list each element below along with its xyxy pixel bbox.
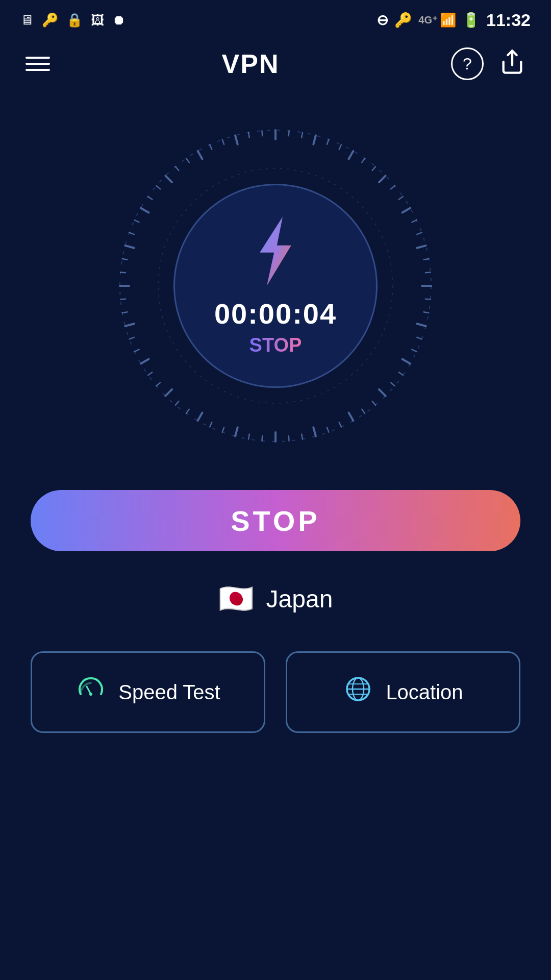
svg-line-59 (122, 259, 128, 260)
key-icon: 🔑 (42, 12, 58, 28)
key-status-icon: 🔑 (394, 12, 412, 29)
svg-line-41 (248, 434, 249, 439)
svg-line-74 (262, 131, 262, 136)
bottom-action-buttons: Speed Test Location (31, 651, 520, 733)
svg-line-33 (349, 413, 354, 421)
speed-test-button[interactable]: Speed Test (31, 651, 265, 733)
svg-line-29 (391, 383, 395, 386)
svg-line-36 (313, 427, 316, 436)
svg-line-51 (141, 359, 149, 364)
sim-icon: 🖥 (20, 12, 34, 28)
svg-line-64 (148, 197, 152, 200)
image-icon: 🖼 (91, 12, 104, 28)
svg-line-49 (156, 383, 160, 386)
minus-circle-icon: ⊖ (377, 12, 388, 29)
svg-line-8 (339, 145, 341, 150)
signal-icon: 4G⁺ 📶 (418, 12, 456, 28)
lock-icon: 🔒 (66, 12, 83, 28)
svg-line-12 (379, 176, 386, 182)
svg-line-69 (198, 151, 203, 159)
speedometer-icon (76, 674, 106, 710)
svg-line-22 (425, 299, 431, 300)
svg-line-63 (141, 208, 149, 213)
svg-line-31 (372, 401, 375, 405)
speed-test-label: Speed Test (118, 681, 220, 704)
svg-line-46 (186, 409, 189, 413)
svg-marker-75 (260, 217, 291, 285)
svg-line-34 (339, 422, 341, 427)
svg-line-67 (176, 166, 179, 170)
svg-line-52 (135, 350, 139, 352)
svg-line-62 (135, 220, 139, 222)
svg-line-45 (198, 413, 203, 421)
stop-button[interactable]: STOP (31, 490, 520, 551)
svg-line-28 (399, 372, 403, 375)
help-button[interactable]: ? (451, 47, 484, 80)
svg-line-43 (222, 427, 224, 432)
svg-line-55 (122, 312, 128, 313)
nav-action-icons: ? (451, 47, 525, 80)
svg-line-61 (129, 233, 134, 234)
svg-line-18 (417, 246, 425, 248)
status-bar: 🖥 🔑 🔒 🖼 ⏺ ⊖ 🔑 4G⁺ 📶 🔋 11:32 (0, 0, 551, 36)
lightning-icon (245, 215, 306, 287)
svg-line-58 (120, 272, 126, 273)
svg-line-35 (327, 427, 329, 432)
timer-stop-label: STOP (249, 334, 302, 356)
svg-line-70 (210, 145, 212, 150)
svg-line-23 (424, 312, 429, 313)
share-button[interactable] (499, 48, 525, 80)
svg-line-40 (262, 436, 262, 441)
svg-line-20 (425, 272, 431, 273)
svg-line-54 (125, 324, 134, 326)
svg-line-4 (289, 131, 289, 136)
svg-line-30 (379, 389, 386, 396)
svg-line-7 (327, 139, 329, 144)
hamburger-menu[interactable] (26, 57, 50, 71)
svg-line-47 (176, 401, 179, 405)
svg-line-10 (362, 158, 365, 162)
location-label: Location (386, 681, 463, 704)
svg-line-24 (417, 324, 425, 326)
svg-line-73 (248, 133, 249, 138)
time-display: 11:32 (486, 10, 531, 30)
svg-line-9 (349, 151, 354, 159)
country-name: Japan (266, 585, 333, 613)
app-title: VPN (222, 48, 280, 79)
record-icon: ⏺ (112, 12, 126, 28)
svg-line-53 (129, 337, 134, 339)
svg-line-11 (372, 166, 375, 170)
svg-line-50 (148, 372, 152, 375)
svg-line-65 (156, 186, 160, 189)
svg-line-60 (125, 246, 134, 248)
country-row: 🇯🇵 Japan (218, 582, 333, 616)
svg-line-5 (302, 133, 303, 138)
svg-line-68 (186, 158, 189, 162)
svg-line-32 (362, 409, 365, 413)
nav-bar: VPN ? (0, 36, 551, 92)
battery-icon: 🔋 (462, 12, 480, 29)
svg-line-66 (165, 176, 172, 182)
svg-line-14 (399, 197, 403, 200)
svg-line-19 (424, 259, 429, 260)
svg-line-42 (235, 427, 238, 436)
country-flag: 🇯🇵 (218, 582, 254, 616)
svg-line-27 (403, 359, 411, 364)
timer-display: 00:00:04 (214, 297, 337, 330)
svg-line-72 (235, 135, 238, 144)
svg-point-76 (89, 693, 92, 696)
vpn-connect-button[interactable]: 00:00:04 STOP (173, 184, 378, 388)
svg-line-56 (120, 299, 126, 300)
svg-line-16 (412, 220, 416, 222)
svg-line-37 (302, 434, 303, 439)
timer-circle-container[interactable]: // We'll draw ticks via JS after (112, 122, 439, 449)
svg-line-15 (403, 208, 411, 213)
share-icon (499, 48, 525, 75)
location-button[interactable]: Location (286, 651, 520, 733)
help-icon: ? (463, 55, 472, 74)
svg-line-17 (417, 233, 421, 234)
main-content: // We'll draw ticks via JS after (0, 92, 551, 753)
svg-line-48 (165, 389, 172, 396)
svg-line-6 (313, 135, 316, 144)
status-left-icons: 🖥 🔑 🔒 🖼 ⏺ (20, 12, 126, 28)
